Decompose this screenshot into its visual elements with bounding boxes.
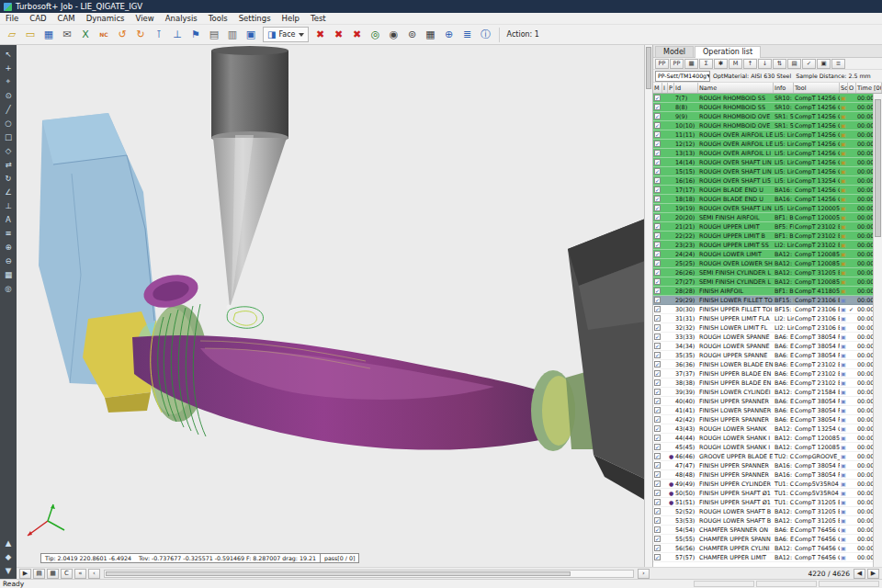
info-icon[interactable]: ⓘ <box>477 27 495 43</box>
row-checkbox[interactable]: ✓ <box>654 526 661 533</box>
tab-model[interactable]: Model <box>655 46 694 57</box>
row-checkbox[interactable]: ✓ <box>654 554 661 560</box>
grid-icon[interactable]: ▦ <box>2 268 15 280</box>
row-checkbox[interactable]: ✓ <box>654 444 661 450</box>
menu-view[interactable]: View <box>130 13 160 24</box>
menu-tools[interactable]: Tools <box>203 13 233 24</box>
zoom-icon[interactable]: ⊕ <box>440 27 458 43</box>
operation-row[interactable]: ✓40(40)FINISH UPPER SPANNERBA6: ECompT 3… <box>653 397 874 406</box>
scrollbar-thumb[interactable] <box>646 47 651 89</box>
gem-icon[interactable]: ◆ <box>2 550 15 562</box>
pp-settings-combo[interactable]: PP-Sett/TM1400g <box>655 71 710 82</box>
column-header-name[interactable]: Name <box>698 83 774 93</box>
row-checkbox[interactable]: ✓ <box>654 324 661 331</box>
operation-row[interactable]: ✓17(17)ROUGH BLADE END UBA16:CompT 14256… <box>653 186 874 195</box>
column-header-m[interactable]: M <box>653 83 662 93</box>
row-checkbox[interactable]: ✓ <box>654 288 661 294</box>
row-checkbox[interactable]: ✓ <box>654 278 661 285</box>
operation-row[interactable]: ✓32(32)FINISH LOWER LIMIT FLLI2: LirComp… <box>653 323 874 333</box>
row-checkbox[interactable]: ✓ <box>654 361 661 368</box>
column-header-tool[interactable]: Tool <box>794 83 840 93</box>
operation-row[interactable]: ✓28(28)FINISH AIRFOILBF1: BCompT 4118059… <box>653 287 874 296</box>
save-icon[interactable]: ▦ <box>40 27 58 43</box>
verify-icon[interactable]: ✓ <box>802 59 816 69</box>
zoom-out-icon[interactable]: ⊖ <box>2 254 15 266</box>
pp-alt-button[interactable]: PP <box>670 59 684 69</box>
operation-row[interactable]: ✓●51(51)FINISH UPPER SHAFT Ø1TU1: CCompT… <box>653 498 874 507</box>
column-header-time-00-0[interactable]: Time [00:0 <box>856 83 882 93</box>
text-icon[interactable]: A <box>2 213 15 225</box>
menu-dynamics[interactable]: Dynamics <box>81 13 130 24</box>
operation-row[interactable]: ✓22(22)ROUGH UPPER LIMIT BBF1: BCompT 23… <box>653 232 874 241</box>
row-checkbox[interactable]: ✓ <box>654 370 661 377</box>
operation-row[interactable]: ✓16(16)ROUGH OVER SHAFT LI5LI5: LinCompT… <box>653 176 874 186</box>
c-icon[interactable]: C <box>61 569 73 579</box>
operation-row[interactable]: ✓30(30)FINISH UPPER FILLET TOIBF15: ICom… <box>653 305 874 314</box>
row-checkbox[interactable]: ✓ <box>654 398 661 404</box>
operation-row[interactable]: ✓44(44)ROUGH LOWER SHANK IBA12:CompT 120… <box>653 434 874 443</box>
menu-analysis[interactable]: Analysis <box>160 13 203 24</box>
perpendicular-icon[interactable]: ⊥ <box>2 199 15 211</box>
operation-row[interactable]: ✓24(24)ROUGH LOWER LIMITBA12:CompT 12008… <box>653 250 874 259</box>
table-vertical-scrollbar[interactable] <box>873 94 882 567</box>
operation-row[interactable]: ✓41(41)FINISH LOWER SPANNERBA6: ECompT 3… <box>653 406 874 415</box>
row-checkbox[interactable]: ✓ <box>654 150 661 156</box>
tool-axis-icon[interactable]: ⊥ <box>168 27 187 43</box>
column-header-sc[interactable]: Sc <box>840 83 848 93</box>
operation-row[interactable]: ✓14(14)ROUGH OVER SHAFT LINLI5: LinCompT… <box>653 158 874 167</box>
operation-row[interactable]: ✓26(26)SEMI FINISH CYLINDER LBA12:CompT … <box>653 268 874 277</box>
operation-row[interactable]: ✓42(42)FINISH UPPER SPANNERBA6: ECompT 3… <box>653 415 874 424</box>
operation-row[interactable]: ✓29(29)FINISH LOWER FILLET TOBF15: IComp… <box>653 296 874 305</box>
column-header-o[interactable]: O <box>848 83 856 93</box>
viewport-horizontal-scrollbar[interactable] <box>104 570 634 578</box>
menu-icon[interactable]: ≡ <box>831 59 845 69</box>
point-icon[interactable]: ⊙ <box>2 89 15 101</box>
row-checkbox[interactable]: ✓ <box>654 416 661 423</box>
operation-row[interactable]: ✓12(12)ROUGH OVER AIRFOIL LELI5: LinComp… <box>653 140 874 149</box>
angle-icon[interactable]: ∠ <box>2 186 15 198</box>
view-icon[interactable]: ◎ <box>2 282 15 294</box>
operation-row[interactable]: ✓43(43)ROUGH LOWER SHANKBA12:CompT 13254… <box>653 424 874 434</box>
row-checkbox[interactable]: ✓ <box>654 251 661 257</box>
delete-selection-icon[interactable]: ✖ <box>348 27 367 43</box>
target-icon[interactable]: ◎ <box>367 27 385 43</box>
operation-row[interactable]: ✓45(45)ROUGH LOWER SHANK IBA12:CompT 120… <box>653 443 874 452</box>
menu-help[interactable]: Help <box>277 13 305 24</box>
operation-row[interactable]: ✓54(54)CHAMFER SPANNER ONBA6: ECompT 764… <box>653 526 874 535</box>
layers-icon[interactable]: ≣ <box>458 27 477 43</box>
machine-icon[interactable]: M <box>729 59 742 69</box>
row-checkbox[interactable]: ✓ <box>654 315 661 322</box>
settings-icon[interactable]: ✱ <box>714 59 728 69</box>
undo-icon[interactable]: ↺ <box>113 27 131 43</box>
operation-row[interactable]: ✓●50(50)FINISH UPPER SHAFT Ø1TU1: CComp5… <box>653 489 874 498</box>
report-icon[interactable]: ▤ <box>205 27 223 43</box>
column-header-info[interactable]: Info <box>774 83 794 93</box>
row-checkbox[interactable]: ✓ <box>654 389 661 395</box>
operation-row[interactable]: ✓●46(46)GROOVE UPPER BLADE ETU2: CCompGR… <box>653 452 874 461</box>
row-checkbox[interactable]: ✓ <box>654 141 661 147</box>
zoom-in-icon[interactable]: ⊕ <box>2 241 15 253</box>
scroll-left-icon[interactable]: ‹ <box>88 569 100 579</box>
list-icon[interactable]: ▤ <box>33 569 45 579</box>
rect-icon[interactable]: □ <box>2 130 15 142</box>
operation-row[interactable]: ✓●49(49)FINISH UPPER CYLINDERTU1: CComp5… <box>653 480 874 489</box>
delete-icon[interactable]: ✖ <box>311 27 330 43</box>
row-checkbox[interactable]: ✓ <box>654 205 661 211</box>
mail-icon[interactable]: ✉ <box>58 27 76 43</box>
nc-export-icon[interactable]: NC <box>95 27 113 43</box>
table-icon[interactable]: ▤ <box>787 59 801 69</box>
row-checkbox[interactable]: ✓ <box>654 223 661 230</box>
list-icon[interactable]: ≡ <box>2 227 15 239</box>
viewport-vertical-scrollbar[interactable] <box>644 45 652 567</box>
column-header-p[interactable]: P <box>668 83 674 93</box>
operation-row[interactable]: ✓33(33)ROUGH LOWER SPANNEBA6: ECompT 380… <box>653 333 874 342</box>
prev-page-icon[interactable]: ◀ <box>854 569 865 579</box>
operation-row[interactable]: ✓18(18)ROUGH BLADE END UBA16:CompT 14256… <box>653 195 874 204</box>
operation-row[interactable]: ✓8(8)ROUGH RHOMBOID SSSR10:CompT 14256 C… <box>653 103 874 112</box>
print-icon[interactable]: ▥ <box>223 27 242 43</box>
operation-row[interactable]: ✓52(52)ROUGH LOWER SHAFT BBA12:CompT 312… <box>653 507 874 516</box>
row-checkbox[interactable]: ✓ <box>654 517 661 524</box>
column-header-id[interactable]: Id <box>674 83 698 93</box>
operation-row[interactable]: ✓56(56)CHAMFER UPPER CYLINIBA12:CompT 76… <box>653 544 874 553</box>
select-cursor-icon[interactable]: ↖ <box>2 48 15 60</box>
